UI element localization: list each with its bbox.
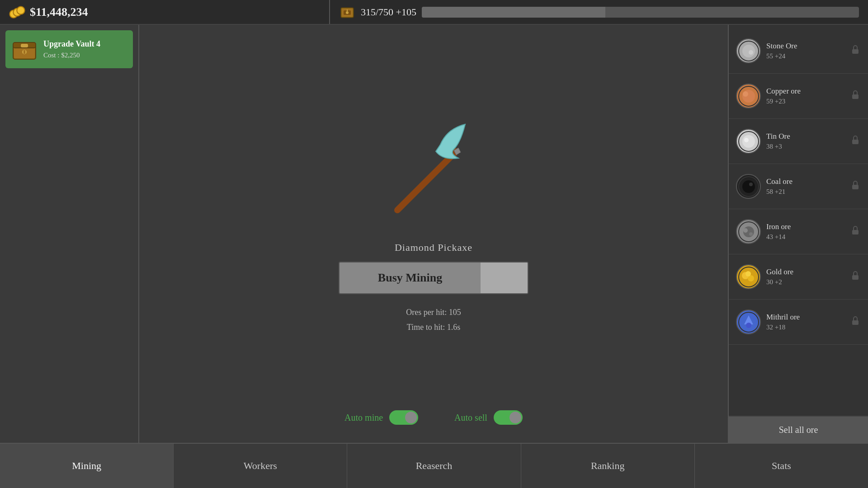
upgrade-chest-icon [11, 36, 38, 63]
svg-point-43 [745, 271, 751, 277]
auto-sell-knob [509, 412, 521, 423]
ore-lock-icon [850, 315, 861, 328]
upgrade-cost: Cost : $2,250 [43, 52, 100, 59]
auto-sell-label: Auto sell [454, 413, 487, 423]
ore-list: Stone Ore55 +24 Copper ore59 +23 Tin Ore… [729, 25, 868, 416]
ore-count: 58 +21 [766, 188, 844, 196]
svg-point-9 [346, 11, 349, 14]
ore-info: Iron ore43 +14 [766, 222, 844, 241]
bottom-nav: MiningWorkersReaserchRankingStats [0, 443, 868, 488]
ore-count: 59 +23 [766, 98, 844, 105]
mining-stats: Ores per hit: 105 Time to hit: 1.6s [406, 305, 461, 334]
auto-mine-toggle[interactable] [389, 410, 418, 425]
ore-item[interactable]: Copper ore59 +23 [729, 74, 868, 119]
ore-lock-icon [850, 225, 861, 238]
svg-rect-22 [852, 49, 859, 54]
svg-point-25 [743, 91, 748, 97]
sell-all-button[interactable]: Sell all ore [729, 416, 868, 443]
svg-rect-26 [852, 94, 859, 99]
vault-text: 315/750 +105 [361, 6, 416, 18]
bottom-toggles: Auto mine Auto sell [344, 410, 523, 425]
nav-tab-mining[interactable]: Mining [0, 444, 174, 488]
ore-icon [736, 310, 761, 334]
busy-mining-progress [481, 263, 528, 293]
ore-item[interactable]: Stone Ore55 +24 [729, 28, 868, 74]
ore-count: 43 +14 [766, 233, 844, 241]
ore-info: Stone Ore55 +24 [766, 42, 844, 60]
svg-point-37 [743, 228, 748, 233]
vault-section: 315/750 +105 [330, 0, 868, 24]
ore-icon [736, 219, 761, 244]
ore-item[interactable]: Tin Ore38 +3 [729, 119, 868, 164]
auto-mine-knob [405, 412, 417, 423]
upgrade-card[interactable]: Upgrade Vault 4 Cost : $2,250 [5, 30, 133, 68]
svg-rect-48 [852, 320, 859, 325]
center-panel: Diamond Pickaxe Busy Mining Ores per hit… [139, 25, 728, 443]
auto-sell-toggle[interactable] [494, 410, 523, 425]
ore-name: Iron ore [766, 222, 844, 231]
pickaxe-svg [370, 115, 497, 224]
ore-name: Gold ore [766, 267, 844, 277]
ore-icon [736, 129, 761, 154]
ore-info: Coal ore58 +21 [766, 177, 844, 196]
time-to-hit: Time to hit: 1.6s [406, 320, 461, 334]
ore-item[interactable]: Mithril ore32 +18 [729, 300, 868, 345]
svg-point-29 [744, 138, 749, 142]
busy-mining-button[interactable]: Busy Mining [339, 262, 528, 294]
auto-sell-group: Auto sell [454, 410, 523, 425]
svg-rect-34 [852, 185, 859, 189]
ore-count: 55 +24 [766, 52, 844, 60]
svg-rect-30 [852, 140, 859, 144]
nav-tab-ranking[interactable]: Ranking [521, 444, 695, 488]
ore-icon [736, 38, 761, 63]
ore-name: Copper ore [766, 87, 844, 96]
ore-count: 30 +2 [766, 278, 844, 286]
ore-info: Copper ore59 +23 [766, 87, 844, 105]
left-panel: Upgrade Vault 4 Cost : $2,250 [0, 25, 139, 443]
ore-count: 38 +3 [766, 143, 844, 150]
gold-amount: $11,448,234 [30, 5, 88, 19]
ore-item[interactable]: Coal ore58 +21 [729, 164, 868, 209]
auto-mine-label: Auto mine [344, 413, 383, 423]
busy-mining-label: Busy Mining [340, 271, 481, 285]
ores-per-hit: Ores per hit: 105 [406, 305, 461, 319]
nav-tab-workers[interactable]: Workers [174, 444, 347, 488]
svg-rect-39 [852, 230, 859, 235]
svg-point-20 [742, 45, 755, 57]
pickaxe-name: Diamond Pickaxe [395, 242, 472, 253]
svg-point-47 [746, 323, 751, 328]
pickaxe-area [366, 106, 501, 233]
ore-lock-icon [850, 180, 861, 193]
gold-section: $11,448,234 [0, 0, 330, 24]
svg-rect-16 [24, 50, 25, 54]
svg-rect-14 [21, 44, 28, 47]
svg-rect-10 [347, 9, 348, 11]
ore-icon [736, 84, 761, 108]
ore-info: Tin Ore38 +3 [766, 132, 844, 150]
ore-item[interactable]: Gold ore30 +2 [729, 254, 868, 300]
ore-name: Coal ore [766, 177, 844, 186]
upgrade-title: Upgrade Vault 4 [43, 39, 100, 49]
right-panel: Stone Ore55 +24 Copper ore59 +23 Tin Ore… [728, 25, 868, 443]
ore-item[interactable]: Iron ore43 +14 [729, 209, 868, 254]
ore-lock-icon [850, 270, 861, 283]
nav-tab-stats[interactable]: Stats [695, 444, 868, 488]
upgrade-card-text: Upgrade Vault 4 Cost : $2,250 [43, 39, 100, 59]
svg-point-21 [749, 50, 753, 55]
auto-mine-group: Auto mine [344, 410, 418, 425]
svg-rect-44 [852, 275, 859, 280]
svg-line-17 [397, 151, 456, 210]
ore-name: Tin Ore [766, 132, 844, 141]
ore-lock-icon [850, 89, 861, 103]
ore-name: Stone Ore [766, 42, 844, 51]
svg-point-33 [749, 183, 753, 186]
ore-lock-icon [850, 135, 861, 148]
ore-count: 32 +18 [766, 324, 844, 331]
svg-point-28 [742, 135, 755, 148]
vault-bar-fill [422, 7, 605, 18]
svg-point-38 [749, 232, 753, 236]
nav-tab-reaserch[interactable]: Reaserch [347, 444, 521, 488]
vault-icon [339, 4, 355, 20]
ore-lock-icon [850, 44, 861, 57]
svg-point-5 [18, 7, 24, 14]
